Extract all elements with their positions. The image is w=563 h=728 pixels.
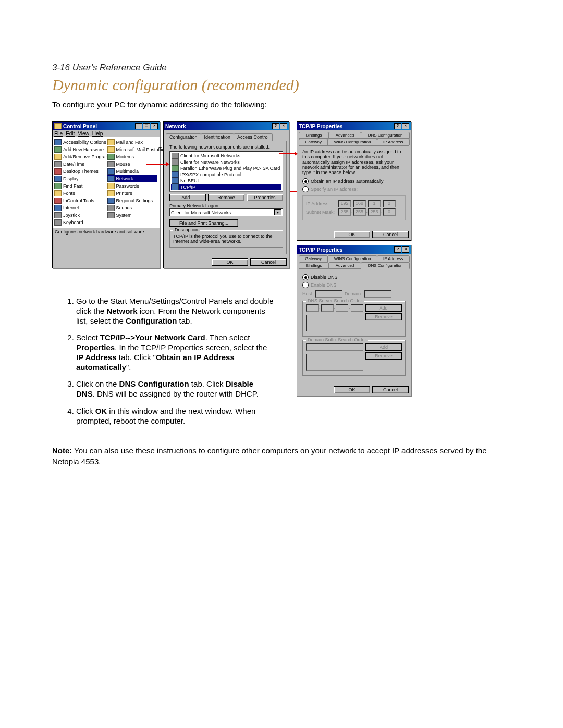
cp-item[interactable]: Find Fast <box>54 182 104 190</box>
minimize-icon[interactable]: _ <box>135 123 142 129</box>
cp-item[interactable]: Keyboard <box>54 219 104 226</box>
help-icon[interactable]: ? <box>394 246 401 253</box>
cp-item[interactable]: Regional Settings <box>107 197 157 204</box>
suffix-search-group: Domain Suffix Search Order Add Remove <box>302 340 406 376</box>
cp-item[interactable]: Mail and Fax <box>107 139 157 146</box>
network-icon <box>107 176 115 182</box>
tab-advanced[interactable]: Advanced <box>328 132 361 139</box>
properties-button[interactable]: Properties <box>247 194 283 201</box>
suffix-input <box>306 343 363 351</box>
cp-item[interactable]: Joystick <box>54 212 104 219</box>
close-icon[interactable]: × <box>151 123 158 129</box>
step-1: Go to the Start Menu/Settings/Control Pa… <box>76 297 274 326</box>
window-title: TCP/IP Properties <box>299 124 342 129</box>
tab-advanced[interactable]: Advanced <box>328 262 361 269</box>
cp-item[interactable]: Add New Hardware <box>54 146 104 153</box>
radio-specify[interactable]: Specify an IP address: <box>302 186 406 192</box>
help-icon[interactable]: ? <box>272 123 279 129</box>
titlebar: TCP/IP Properties ? × <box>297 122 411 130</box>
cp-item[interactable]: Display <box>54 175 104 182</box>
component-icon <box>172 153 179 159</box>
page-header: 3-16 User's Reference Guide <box>52 63 511 73</box>
cancel-button[interactable]: Cancel <box>250 258 287 266</box>
intro-text: To configure your PC for dynamic address… <box>52 100 511 109</box>
ip-address-field: 192. 168. 1. 2 <box>338 200 396 207</box>
cp-item[interactable]: Desktop Themes <box>54 168 104 175</box>
description-legend: Description <box>173 227 200 232</box>
tab-bindings[interactable]: Bindings <box>299 132 329 139</box>
item-icon <box>54 154 62 160</box>
component-icon <box>172 178 179 184</box>
tab-wins[interactable]: WINS Configuration <box>327 255 377 262</box>
menu-edit[interactable]: Edit <box>66 131 75 137</box>
tab-gateway[interactable]: Gateway <box>299 255 328 262</box>
components-list[interactable]: Client for Microsoft Networks Client for… <box>169 151 283 192</box>
note-text: Note: You can also use these instruction… <box>52 446 511 467</box>
radio-obtain-auto[interactable]: Obtain an IP address automatically <box>302 178 406 184</box>
file-print-sharing-button[interactable]: File and Print Sharing... <box>169 219 238 227</box>
maximize-icon[interactable]: □ <box>143 123 150 129</box>
cp-item[interactable]: Printers <box>107 190 157 197</box>
tab-dns-config[interactable]: DNS Configuration <box>361 262 410 269</box>
tcpip-ipaddress-dialog: TCP/IP Properties ? × Bindings Advanced … <box>297 121 411 241</box>
item-icon <box>107 139 115 145</box>
tab-bindings[interactable]: Bindings <box>299 262 329 269</box>
close-icon[interactable]: × <box>280 123 287 129</box>
titlebar: Network ? × <box>164 122 289 130</box>
steps-list: Go to the Start Menu/Settings/Control Pa… <box>52 297 274 426</box>
tab-configuration[interactable]: Configuration <box>166 133 201 141</box>
menubar[interactable]: File Edit View Help <box>53 130 160 137</box>
cp-item[interactable]: Internet <box>54 204 104 212</box>
item-icon <box>54 212 62 218</box>
add-button[interactable]: Add... <box>169 194 206 201</box>
tab-ip-address[interactable]: IP Address <box>377 255 410 262</box>
radio-icon <box>302 274 309 280</box>
ok-button[interactable]: OK <box>212 258 248 266</box>
cp-item[interactable]: Accessibility Options <box>54 139 104 146</box>
cancel-button[interactable]: Cancel <box>372 231 409 238</box>
components-label: The following network components are ins… <box>169 144 283 150</box>
ok-button[interactable]: OK <box>334 386 370 393</box>
tab-dns-config[interactable]: DNS Configuration <box>361 132 410 139</box>
cp-item[interactable]: InControl Tools <box>54 197 104 204</box>
tab-identification[interactable]: Identification <box>201 133 235 141</box>
item-icon <box>107 146 115 153</box>
cp-item[interactable]: Multimedia <box>107 168 157 175</box>
description-text: TCP/IP is the protocol you use to connec… <box>173 233 279 244</box>
tab-gateway[interactable]: Gateway <box>299 139 328 145</box>
cp-item[interactable]: Date/Time <box>54 161 104 168</box>
item-icon <box>107 205 115 211</box>
item-icon <box>54 219 62 226</box>
remove-button[interactable]: Remove <box>208 194 244 201</box>
tab-ip-address[interactable]: IP Address <box>377 139 410 145</box>
close-icon[interactable]: × <box>402 246 409 253</box>
logon-dropdown[interactable]: Client for Microsoft Networks▾ <box>169 208 283 216</box>
ok-button[interactable]: OK <box>334 231 370 238</box>
radio-disable-dns[interactable]: Disable DNS <box>302 274 406 280</box>
cp-item[interactable]: System <box>107 212 157 219</box>
cp-item[interactable]: Microsoft Mail Postoffice <box>107 146 157 153</box>
tab-wins[interactable]: WINS Configuration <box>327 139 377 145</box>
chevron-down-icon: ▾ <box>274 209 282 215</box>
window-title: Control Panel <box>63 124 97 129</box>
group-legend: Domain Suffix Search Order <box>306 337 368 342</box>
cp-item[interactable]: Add/Remove Programs <box>54 153 104 161</box>
help-icon[interactable]: ? <box>394 123 401 129</box>
close-icon[interactable]: × <box>402 123 409 129</box>
radio-icon <box>302 178 309 184</box>
cp-item[interactable]: Sounds <box>107 204 157 212</box>
radio-enable-dns[interactable]: Enable DNS <box>302 282 406 288</box>
menu-file[interactable]: File <box>54 131 63 137</box>
cp-item[interactable]: Modems <box>107 153 157 161</box>
cancel-button[interactable]: Cancel <box>372 386 409 393</box>
window-title: Network <box>165 124 186 129</box>
subnet-mask-field: 255. 255. 255. 0 <box>338 208 396 216</box>
tab-access-control[interactable]: Access Control <box>234 133 273 141</box>
tab-body: The following network components are ins… <box>166 141 287 254</box>
cp-item-network[interactable]: Network <box>107 175 157 182</box>
cp-item[interactable]: Passwords <box>107 182 157 190</box>
cp-item[interactable]: Fonts <box>54 190 104 197</box>
menu-view[interactable]: View <box>78 131 89 137</box>
menu-help[interactable]: Help <box>92 131 103 137</box>
add-button: Add <box>365 343 402 351</box>
